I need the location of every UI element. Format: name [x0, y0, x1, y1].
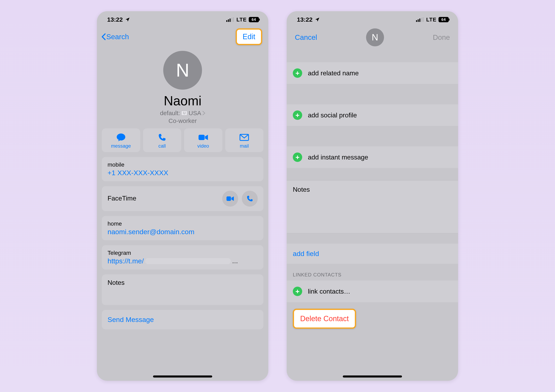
facetime-audio-button[interactable] [242, 191, 258, 207]
status-time: 13:22 [107, 16, 123, 23]
svg-rect-13 [419, 19, 420, 22]
notes-card[interactable]: Notes [102, 274, 263, 305]
telegram-card[interactable]: Telegram https://t.me/ … [102, 245, 263, 269]
back-button[interactable]: Search [101, 33, 129, 41]
mail-button[interactable]: mail [225, 128, 264, 152]
svg-rect-8 [198, 135, 205, 140]
message-icon [116, 133, 126, 142]
network-label: LTE [236, 16, 247, 23]
svg-rect-4 [233, 17, 234, 22]
svg-rect-10 [226, 196, 231, 201]
contact-role: Co-worker [97, 117, 268, 124]
edit-list: + add related name + add social profile … [287, 62, 458, 329]
svg-text:64: 64 [441, 18, 446, 22]
notes-label: Notes [108, 279, 258, 287]
plus-icon: + [293, 68, 302, 78]
svg-rect-3 [231, 18, 232, 22]
facetime-video-button[interactable] [222, 191, 238, 207]
notes-field[interactable]: Notes [287, 180, 458, 233]
add-social-profile-row[interactable]: + add social profile [287, 104, 458, 126]
location-arrow-icon [125, 17, 130, 22]
svg-rect-17 [449, 19, 450, 21]
battery-icon: 64 [438, 17, 450, 22]
svg-rect-14 [421, 18, 422, 22]
send-message-label: Send Message [108, 316, 258, 324]
nav-bar: Search Edit [97, 25, 268, 49]
action-row: message call video mail [97, 128, 268, 152]
svg-rect-6 [259, 19, 260, 21]
ellipsis: … [232, 258, 238, 265]
facetime-card: FaceTime [102, 186, 263, 211]
nav-bar-edit: Cancel N Done [287, 25, 458, 50]
video-icon [198, 133, 208, 142]
contact-default-line: default: U USA [97, 110, 268, 117]
plus-icon: + [293, 287, 302, 296]
country-badge-icon: U [181, 111, 187, 116]
redacted-text [145, 258, 231, 264]
add-instant-message-row[interactable]: + add instant message [287, 146, 458, 168]
svg-rect-1 [228, 19, 229, 22]
add-related-name-row[interactable]: + add related name [287, 62, 458, 84]
link-contacts-row[interactable]: + link contacts… [287, 281, 458, 302]
avatar[interactable]: N [366, 28, 384, 46]
plus-icon: + [293, 111, 302, 120]
avatar[interactable]: N [163, 51, 202, 90]
home-indicator[interactable] [153, 376, 212, 377]
chevron-left-icon [101, 33, 106, 40]
svg-rect-12 [418, 19, 419, 22]
video-button[interactable]: video [184, 128, 222, 152]
phone-contact-view: 13:22 LTE 64 Search Edit N Naomi [97, 11, 268, 381]
telegram-label: Telegram [108, 250, 258, 256]
location-arrow-icon [315, 17, 320, 22]
network-label: LTE [426, 16, 437, 23]
phone-icon [158, 133, 166, 142]
status-bar: 13:22 LTE 64 [287, 11, 458, 25]
plus-icon: + [293, 153, 302, 162]
edit-button[interactable]: Edit [236, 28, 262, 45]
svg-rect-0 [226, 20, 227, 22]
phone-value: +1 XXX-XXX-XXXX [108, 169, 258, 177]
status-bar: 13:22 LTE 64 [97, 11, 268, 25]
done-button[interactable]: Done [433, 33, 450, 41]
svg-rect-2 [230, 19, 231, 22]
svg-text:64: 64 [252, 18, 256, 22]
cancel-button[interactable]: Cancel [295, 33, 317, 41]
send-message-card[interactable]: Send Message [102, 310, 263, 329]
telegram-value: https://t.me/ [108, 257, 144, 265]
svg-rect-11 [416, 20, 417, 22]
back-label: Search [106, 33, 129, 41]
contact-name: Naomi [97, 93, 268, 108]
signal-icon [226, 17, 234, 22]
email-card[interactable]: home naomi.sender@domain.com [102, 216, 263, 240]
status-time: 13:22 [297, 16, 313, 23]
signal-icon [416, 17, 424, 22]
add-field-row[interactable]: add field [287, 244, 458, 264]
email-label: home [108, 221, 258, 227]
facetime-label: FaceTime [108, 195, 136, 202]
email-value: naomi.sender@domain.com [108, 228, 258, 236]
message-button[interactable]: message [102, 128, 140, 152]
home-indicator[interactable] [343, 376, 402, 377]
phone-card[interactable]: mobile +1 XXX-XXX-XXXX [102, 157, 263, 181]
battery-icon: 64 [249, 17, 260, 22]
linked-contacts-header: LINKED CONTACTS [287, 264, 458, 281]
phone-label: mobile [108, 162, 258, 168]
call-button[interactable]: call [143, 128, 181, 152]
mail-icon [240, 133, 249, 142]
phone-contact-edit: 13:22 LTE 64 Cancel N Done + add rel [287, 11, 458, 381]
chevron-right-icon [202, 111, 205, 115]
delete-contact-button[interactable]: Delete Contact [293, 309, 356, 329]
svg-rect-15 [423, 17, 424, 22]
